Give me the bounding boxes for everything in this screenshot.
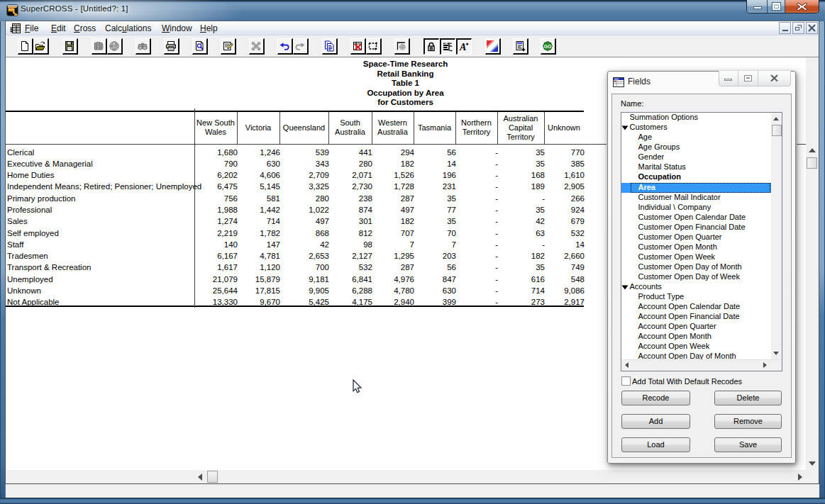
svg-text:A: A [459,42,466,52]
svg-text:GO: GO [544,44,552,49]
